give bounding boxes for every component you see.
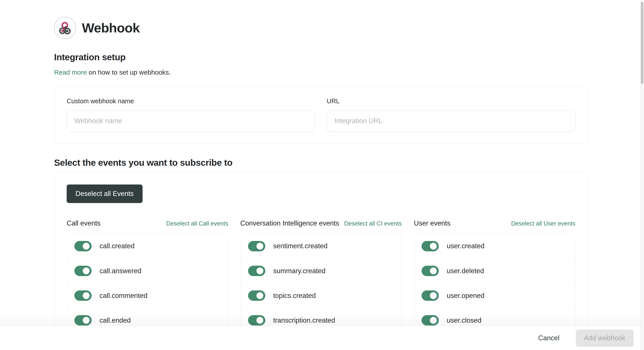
cancel-button[interactable]: Cancel (534, 332, 564, 344)
list-item: user.opened (414, 283, 575, 308)
toggle-knob (256, 268, 263, 274)
toggle-knob (83, 268, 90, 274)
page-title: Webhook (82, 20, 140, 36)
event-columns: Call events Deselect all Call events cal… (67, 219, 575, 333)
read-more-rest-text: on how to set up webhooks. (87, 69, 170, 76)
toggle-user-created[interactable] (422, 241, 439, 251)
event-label: user.created (447, 242, 484, 250)
webhook-name-field-group: Custom webhook name (67, 98, 316, 132)
deselect-all-events-button[interactable]: Deselect all Events (67, 184, 142, 203)
call-events-column: Call events Deselect all Call events cal… (67, 219, 228, 333)
scrollbar-thumb[interactable] (641, 2, 643, 84)
event-label: summary.created (273, 267, 326, 275)
toggle-summary-created[interactable] (248, 266, 265, 276)
list-item: call.created (67, 234, 228, 258)
webhook-setup-page: Webhook Integration setup Read more on h… (0, 0, 644, 350)
list-item: call.commented (67, 283, 228, 308)
app-header: Webhook (54, 17, 588, 39)
toggle-knob (430, 292, 437, 299)
toggle-topics-created[interactable] (248, 290, 265, 301)
list-item: topics.created (240, 283, 402, 308)
add-webhook-button[interactable]: Add webhook (576, 330, 634, 347)
toggle-transcription-created[interactable] (248, 315, 265, 326)
integration-setup-heading: Integration setup (54, 52, 588, 62)
webhook-name-input[interactable] (67, 110, 316, 132)
webhook-logo (54, 17, 76, 39)
footer-action-bar: Cancel Add webhook (0, 326, 640, 350)
ci-events-list: sentiment.created summary.created topics… (240, 234, 402, 333)
toggle-knob (430, 268, 437, 274)
toggle-call-commented[interactable] (74, 290, 92, 301)
toggle-knob (430, 243, 437, 250)
event-label: user.deleted (447, 267, 484, 275)
read-more-link[interactable]: Read more (54, 69, 87, 76)
event-label: sentiment.created (273, 242, 328, 250)
event-label: call.created (100, 242, 135, 250)
deselect-user-events-link[interactable]: Deselect all User events (511, 220, 575, 227)
toggle-call-answered[interactable] (74, 266, 92, 276)
toggle-call-created[interactable] (74, 241, 92, 251)
toggle-user-closed[interactable] (422, 315, 439, 326)
call-events-list: call.created call.answered call.commente… (67, 234, 228, 333)
user-events-list: user.created user.deleted user.opened (414, 234, 575, 333)
toggle-knob (83, 292, 90, 299)
toggle-knob (83, 317, 90, 324)
list-item: sentiment.created (240, 234, 402, 258)
event-label: user.closed (447, 316, 481, 324)
list-item: user.deleted (414, 258, 575, 283)
list-item: summary.created (240, 258, 402, 283)
toggle-knob (83, 243, 90, 250)
toggle-sentiment-created[interactable] (248, 241, 265, 251)
event-label: transcription.created (273, 316, 335, 324)
ci-events-column: Conversation Intelligence events Deselec… (240, 219, 402, 333)
toggle-knob (430, 317, 437, 324)
list-item: call.answered (67, 258, 228, 283)
webhook-name-label: Custom webhook name (67, 98, 316, 105)
toggle-knob (256, 292, 263, 299)
webhook-form-card: Custom webhook name URL (54, 86, 588, 144)
toggle-user-opened[interactable] (422, 290, 439, 301)
select-events-heading: Select the events you want to subscribe … (54, 158, 588, 168)
deselect-ci-events-link[interactable]: Deselect all CI events (344, 220, 402, 227)
toggle-call-ended[interactable] (74, 315, 92, 326)
events-card: Deselect all Events Call events Deselect… (54, 173, 588, 342)
user-events-title: User events (414, 219, 450, 227)
read-more-line: Read more on how to set up webhooks. (54, 69, 588, 76)
user-events-column: User events Deselect all User events use… (414, 219, 575, 333)
url-label: URL (327, 98, 576, 105)
url-field-group: URL (327, 98, 576, 132)
webhook-icon (58, 21, 72, 35)
event-label: call.answered (100, 267, 142, 275)
integration-url-input[interactable] (327, 110, 576, 132)
event-label: call.commented (100, 292, 148, 300)
toggle-knob (256, 243, 263, 250)
scrollbar-track[interactable] (640, 0, 644, 350)
event-label: call.ended (100, 316, 131, 324)
ci-events-title: Conversation Intelligence events (240, 219, 339, 227)
call-events-title: Call events (67, 219, 100, 227)
event-label: topics.created (273, 292, 316, 300)
toggle-knob (256, 317, 263, 324)
event-label: user.opened (447, 292, 484, 300)
deselect-call-events-link[interactable]: Deselect all Call events (166, 220, 228, 227)
toggle-user-deleted[interactable] (422, 266, 439, 276)
list-item: user.created (414, 234, 575, 258)
